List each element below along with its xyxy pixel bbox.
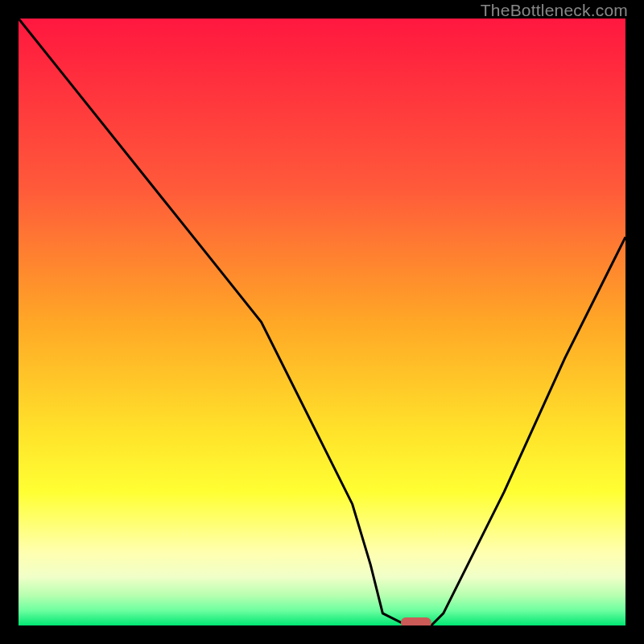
- gradient-background: [19, 19, 625, 625]
- bottleneck-chart: [19, 19, 625, 625]
- attribution-label: TheBottleneck.com: [481, 1, 628, 20]
- optimal-marker: [401, 617, 431, 625]
- plot-area: [19, 19, 625, 625]
- chart-frame: TheBottleneck.com: [0, 0, 644, 644]
